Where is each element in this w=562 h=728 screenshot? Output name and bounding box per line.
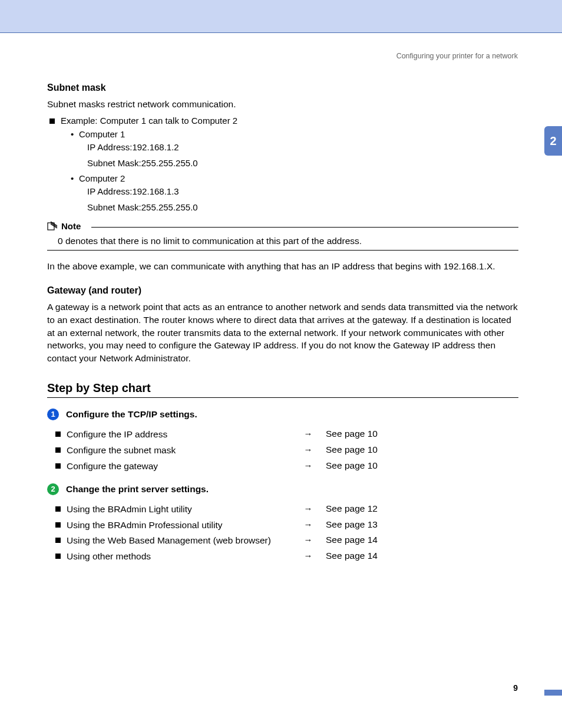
note-rule (91, 227, 518, 228)
arrow-icon: → (290, 503, 326, 513)
mask-value: 255.255.255.0 (141, 158, 198, 168)
chart-item-label: Using other methods (67, 551, 290, 563)
gateway-heading: Gateway (and router) (47, 285, 518, 296)
ip-label: IP Address: (87, 186, 132, 196)
page-ref[interactable]: See page 14 (326, 551, 378, 561)
chart-row: Using the BRAdmin Light utility → See pa… (55, 503, 518, 516)
page-ref[interactable]: See page 12 (326, 503, 378, 514)
chapter-tab: 2 (544, 126, 562, 156)
chart-item-label: Using the BRAdmin Light utility (67, 503, 290, 516)
computer-name: Computer 1 (79, 129, 198, 139)
ip-value: 192.168.1.2 (132, 142, 178, 152)
step-number-2-icon: 2 (47, 483, 59, 495)
page-ref[interactable]: See page 10 (326, 460, 378, 471)
step-number-1-icon: 1 (47, 409, 59, 420)
subnet-followup: In the above example, we can communicate… (47, 260, 518, 273)
page-ref[interactable]: See page 10 (326, 429, 378, 439)
ip-label: IP Address: (87, 142, 132, 152)
arrow-icon: → (290, 429, 326, 439)
step-1: 1 Configure the TCP/IP settings. (47, 409, 518, 420)
square-bullet-icon (55, 554, 61, 559)
bullet-dot-icon: • (71, 129, 79, 139)
arrow-icon: → (290, 551, 326, 561)
mask-label: Subnet Mask: (87, 202, 141, 212)
ip-value: 192.168.1.3 (132, 186, 178, 196)
section-rule (47, 397, 518, 398)
mask-label: Subnet Mask: (87, 158, 141, 168)
chart-row: Configure the gateway → See page 10 (55, 460, 518, 473)
note-bottom-rule (47, 250, 518, 251)
chart-item-label: Configure the subnet mask (67, 444, 290, 457)
chart-row: Using the BRAdmin Professional utility →… (55, 519, 518, 532)
bullet-dot-icon: • (71, 173, 79, 183)
arrow-icon: → (290, 535, 326, 545)
subnet-intro: Subnet masks restrict network communicat… (47, 98, 518, 111)
top-header-bar (0, 0, 562, 33)
page-ref[interactable]: See page 10 (326, 444, 378, 455)
square-bullet-icon (55, 522, 61, 528)
step-1-label: Configure the TCP/IP settings. (66, 409, 197, 420)
computer-list: • Computer 1 IP Address:192.168.1.2 Subn… (71, 129, 518, 215)
note-icon (47, 221, 58, 230)
gateway-body: A gateway is a network point that acts a… (47, 301, 518, 364)
page-content: Subnet mask Subnet masks restrict networ… (47, 83, 518, 566)
note-label: Note (61, 221, 81, 231)
list-item: • Computer 2 IP Address:192.168.1.3 Subn… (71, 173, 518, 215)
chart-item-label: Using the BRAdmin Professional utility (67, 519, 290, 532)
chart-row: Using the Web Based Management (web brow… (55, 535, 518, 547)
chart-row: Configure the IP address → See page 10 (55, 429, 518, 441)
step-2-label: Change the print server settings. (66, 484, 209, 495)
chart-row: Configure the subnet mask → See page 10 (55, 444, 518, 457)
example-label: Example: Computer 1 can talk to Computer… (61, 116, 237, 126)
example-bullet: Example: Computer 1 can talk to Computer… (49, 116, 518, 126)
square-bullet-icon (55, 431, 61, 437)
note-body: 0 denotes that there is no limit to comm… (58, 236, 518, 246)
chart-row: Using other methods → See page 14 (55, 551, 518, 563)
page-side-tab (544, 690, 562, 696)
page-number: 9 (513, 683, 518, 693)
arrow-icon: → (290, 444, 326, 454)
chart-item-label: Configure the gateway (67, 460, 290, 473)
note-box: Note 0 denotes that there is no limit to… (47, 221, 518, 251)
square-bullet-icon (55, 447, 61, 453)
chart-item-label: Configure the IP address (67, 429, 290, 441)
arrow-icon: → (290, 460, 326, 470)
chart-item-label: Using the Web Based Management (web brow… (67, 535, 290, 547)
running-head: Configuring your printer for a network (396, 52, 518, 60)
square-bullet-icon (49, 118, 55, 124)
step-2: 2 Change the print server settings. (47, 483, 518, 495)
computer-name: Computer 2 (79, 173, 198, 183)
square-bullet-icon (55, 506, 61, 512)
list-item: • Computer 1 IP Address:192.168.1.2 Subn… (71, 129, 518, 171)
mask-value: 255.255.255.0 (141, 202, 198, 212)
square-bullet-icon (55, 463, 61, 469)
square-bullet-icon (55, 538, 61, 543)
step-chart-heading: Step by Step chart (47, 381, 518, 395)
subnet-mask-heading: Subnet mask (47, 83, 518, 93)
page-ref[interactable]: See page 13 (326, 519, 378, 530)
page-ref[interactable]: See page 14 (326, 535, 378, 545)
arrow-icon: → (290, 519, 326, 529)
